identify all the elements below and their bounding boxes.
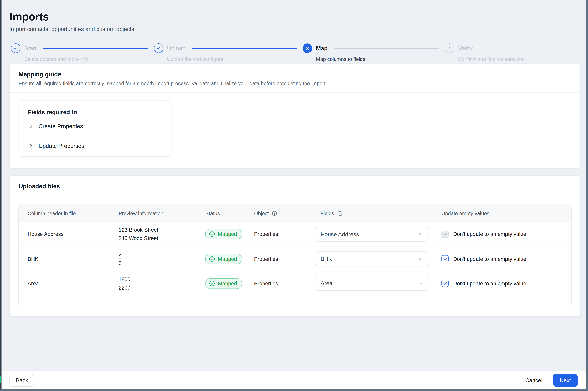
row-status: Mapped [205, 254, 254, 264]
uploaded-files-header: Uploaded files [10, 176, 580, 196]
check-icon [13, 46, 18, 51]
step-circle: 4 [445, 43, 454, 53]
guide-item-label: Create Properties [39, 123, 83, 129]
row-column-header: House Address [18, 231, 118, 237]
field-select-value: BHK [321, 256, 332, 262]
window-bottom-border [0, 389, 588, 391]
footer-actions: Cancel Next [525, 374, 578, 387]
row-object: Properties [254, 256, 315, 262]
fields-required-panel: Fields required to Create Properties Upd… [18, 100, 171, 157]
step-upload[interactable]: 2 Upload Upload file and configure [154, 43, 186, 53]
step-circle: 3 [303, 43, 312, 53]
uploaded-files-body: Column header in file Preview informatio… [10, 196, 580, 316]
update-empty-checkbox[interactable] [441, 255, 449, 262]
step-number: 4 [448, 45, 451, 51]
chevron-right-icon [28, 123, 34, 129]
mapping-guide-description: Ensure all required fields are correctly… [18, 81, 571, 86]
step-sublabel: Select objects and more info [24, 56, 89, 62]
row-column-header: BHK [18, 256, 118, 262]
status-badge: Mapped [205, 229, 242, 239]
preview-value: 3 [118, 260, 205, 266]
row-object: Properties [254, 281, 315, 287]
field-select-value: House Address [321, 231, 359, 237]
field-select[interactable]: Area [315, 276, 428, 291]
guide-item-create-properties[interactable]: Create Properties [28, 123, 162, 129]
check-circle-icon [209, 231, 215, 237]
page-header: Imports Import contacts, opportunities a… [1, 1, 586, 32]
table-row: BHK 23 Mapped Properties BHK Don't updat… [18, 246, 571, 271]
status-badge-label: Mapped [218, 281, 237, 287]
mapping-table-header-row: Column header in file Preview informatio… [18, 205, 571, 221]
imports-window: Imports Import contacts, opportunities a… [0, 0, 588, 391]
step-map[interactable]: 3 Map Map columns to fields [303, 43, 328, 53]
guide-item-label: Update Properties [39, 143, 84, 149]
update-empty-checkbox[interactable] [441, 230, 449, 238]
row-object: Properties [254, 231, 315, 237]
stepper: 1 Start Select objects and more info 2 U… [11, 43, 473, 53]
mapping-guide-body: Fields required to Create Properties Upd… [10, 93, 580, 168]
preview-value: 245 Wood Street [118, 235, 205, 242]
check-circle-icon [209, 281, 215, 287]
column-header-update-empty-values: Update empty values [441, 205, 572, 221]
table-row: House Address 123 Brook Street245 Wood S… [18, 221, 571, 246]
chevron-right-icon [28, 143, 34, 149]
mapping-guide-header: Mapping guide Ensure all required fields… [10, 64, 580, 92]
check-circle-icon [209, 256, 215, 262]
status-badge: Mapped [205, 278, 242, 289]
step-sublabel: Upload file and configure [167, 56, 223, 62]
preview-value: 2 [118, 251, 205, 258]
step-label: Start [24, 45, 37, 52]
window-right-border [586, 0, 588, 391]
preview-value: 123 Brook Street [118, 226, 205, 233]
step-connector [334, 48, 439, 49]
step-label: Upload [167, 45, 185, 52]
mapping-guide-card: Mapping guide Ensure all required fields… [9, 63, 581, 169]
step-start[interactable]: 1 Start Select objects and more info [11, 43, 36, 53]
check-icon [443, 232, 447, 236]
column-header-status: Status [205, 205, 254, 221]
step-sublabel: Confirm and finalize selection [458, 56, 525, 62]
back-button[interactable]: Back [9, 374, 34, 387]
step-circle: 1 [11, 43, 20, 53]
table-row: Area 18002200 Mapped Properties Area Don… [18, 271, 571, 296]
row-status: Mapped [205, 278, 254, 289]
window-top-edge [1, 0, 586, 1]
table-empty-row [18, 296, 571, 307]
check-icon [443, 281, 447, 286]
column-header-object: Object [254, 205, 315, 221]
cancel-button[interactable]: Cancel [525, 377, 542, 383]
row-column-header: Area [18, 281, 118, 287]
step-verify[interactable]: 4 Verify Confirm and finalize selection [445, 43, 473, 53]
update-empty-label: Don't update to an empty value [453, 281, 526, 287]
divider [28, 136, 162, 136]
update-empty-checkbox[interactable] [441, 280, 449, 287]
mapping-guide-title: Mapping guide [18, 71, 571, 78]
step-number: 3 [306, 45, 309, 51]
page-content: Imports Import contacts, opportunities a… [1, 1, 586, 389]
page-subtitle: Import contacts, opportunities and custo… [9, 26, 586, 32]
uploaded-files-card: Uploaded files Column header in file Pre… [9, 175, 581, 316]
column-header-column-header-in-file: Column header in file [18, 205, 118, 221]
left-edge-green-marker [0, 376, 1, 383]
guide-item-update-properties[interactable]: Update Properties [28, 143, 162, 149]
next-button[interactable]: Next [553, 374, 578, 387]
info-icon[interactable] [337, 210, 343, 216]
field-select[interactable]: BHK [315, 251, 428, 266]
preview-value: 2200 [118, 284, 205, 291]
step-sublabel: Map columns to fields [316, 56, 365, 62]
row-preview: 23 [118, 251, 205, 266]
footer-bar: Back Cancel Next [1, 371, 586, 389]
status-badge-label: Mapped [218, 256, 237, 262]
info-icon[interactable] [272, 210, 277, 216]
check-icon [156, 46, 161, 51]
uploaded-files-title: Uploaded files [18, 183, 571, 190]
fields-required-items: Create Properties Update Properties [28, 123, 162, 149]
status-badge-label: Mapped [218, 231, 237, 237]
column-header-preview-information: Preview information [118, 205, 205, 221]
row-preview: 123 Brook Street245 Wood Street [118, 226, 205, 242]
row-status: Mapped [205, 229, 254, 239]
preview-value: 1800 [118, 276, 205, 283]
step-circle: 2 [154, 43, 163, 53]
step-connector [191, 48, 297, 49]
field-select[interactable]: House Address [315, 227, 428, 241]
